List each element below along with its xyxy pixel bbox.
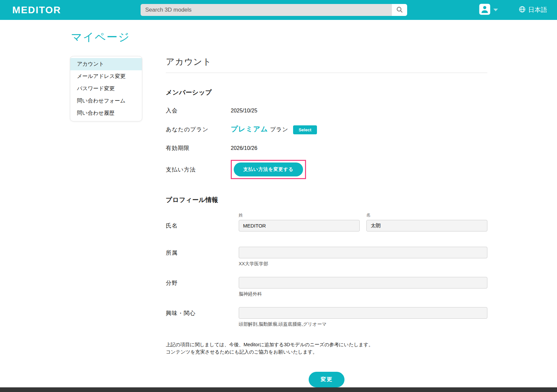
search-icon <box>396 6 403 14</box>
user-icon <box>479 3 491 17</box>
change-payment-method-button[interactable]: 支払い方法を変更する <box>234 163 303 176</box>
user-menu[interactable] <box>479 3 498 17</box>
field-helper: 脳神経外科 <box>239 291 487 297</box>
name-label: 氏名 <box>166 212 239 231</box>
expiry-date: 2026/10/26 <box>231 145 257 151</box>
field-input[interactable] <box>239 277 487 289</box>
sidebar-item-change-email[interactable]: メールアドレス変更 <box>70 70 142 83</box>
affiliation-row: 所属 XX大学医学部 <box>166 247 487 267</box>
plan-value: プレミアムプランSelect <box>231 124 317 134</box>
expiry-row: 有効期限 2026/10/26 <box>166 144 487 152</box>
search-bar <box>141 4 407 16</box>
app-header: MEDITOR <box>0 0 557 20</box>
chevron-down-icon <box>493 9 498 11</box>
field-label: 分野 <box>166 277 239 297</box>
affiliation-input[interactable] <box>239 247 487 258</box>
interests-label: 興味・関心 <box>166 307 239 327</box>
plan-label: あなたのプラン <box>166 126 231 133</box>
language-label: 日本語 <box>528 6 547 14</box>
page-title: マイページ <box>71 30 557 45</box>
search-button[interactable] <box>392 4 407 16</box>
first-name-label: 名 <box>366 212 487 218</box>
language-switcher[interactable]: 日本語 <box>519 6 547 15</box>
joined-date: 2025/10/25 <box>231 108 257 114</box>
expiry-label: 有効期限 <box>166 144 231 152</box>
plan-row: あなたのプラン プレミアムプランSelect <box>166 124 487 134</box>
payment-value: 支払い方法を変更する <box>231 160 306 179</box>
last-name-input[interactable] <box>239 220 360 231</box>
name-row: 氏名 姓 名 <box>166 212 487 231</box>
interests-input[interactable] <box>239 307 487 319</box>
brand-logo: MEDITOR <box>12 5 61 16</box>
sidebar-item-change-password[interactable]: パスワード変更 <box>70 83 142 95</box>
plan-suffix: プラン <box>270 126 288 133</box>
interests-row: 興味・関心 頭部解剖,脳動脈瘤,頭蓋底腫瘍,グリオーマ <box>166 307 487 327</box>
profile-note-line1: 上記の項目に関しましては、今後、Meditorに追加する3Dモデルのニーズの参考… <box>166 341 487 349</box>
globe-icon <box>519 6 526 15</box>
app-footer: ©2023 Meditor Term of use Privacy policy… <box>0 387 557 392</box>
interests-helper: 頭部解剖,脳動脈瘤,頭蓋底腫瘍,グリオーマ <box>239 321 487 327</box>
payment-row: 支払い方法 支払い方法を変更する <box>166 160 487 179</box>
plan-select-button[interactable]: Select <box>293 125 317 134</box>
affiliation-helper: XX大学医学部 <box>239 261 487 267</box>
payment-label: 支払い方法 <box>166 166 231 173</box>
joined-label: 入会 <box>166 107 231 114</box>
joined-row: 入会 2025/10/25 <box>166 107 487 114</box>
account-heading: アカウント <box>166 56 487 73</box>
profile-note: 上記の項目に関しましては、今後、Meditorに追加する3Dモデルのニーズの参考… <box>166 341 487 356</box>
search-input[interactable] <box>141 4 392 16</box>
sidebar-item-account[interactable]: アカウント <box>70 58 142 70</box>
profile-submit-button[interactable]: 変更 <box>309 372 344 387</box>
account-content: アカウント メンバーシップ 入会 2025/10/25 あなたのプラン プレミア… <box>166 56 487 387</box>
plan-name: プレミアム <box>231 125 268 133</box>
sidebar-item-contact-form[interactable]: 問い合わせフォーム <box>70 95 142 107</box>
last-name-label: 姓 <box>239 212 360 218</box>
account-sidebar: アカウント メールアドレス変更 パスワード変更 問い合わせフォーム 問い合わせ履… <box>70 56 142 121</box>
membership-heading: メンバーシップ <box>166 88 487 97</box>
affiliation-label: 所属 <box>166 247 239 267</box>
field-row: 分野 脳神経外科 <box>166 277 487 297</box>
header-right: 日本語 <box>479 0 547 20</box>
main-area: マイページ アカウント メールアドレス変更 パスワード変更 問い合わせフォーム … <box>0 20 557 387</box>
profile-heading: プロフィール情報 <box>166 196 487 204</box>
sidebar-item-contact-history[interactable]: 問い合わせ履歴 <box>70 107 142 119</box>
payment-highlight-box: 支払い方法を変更する <box>231 160 306 179</box>
profile-note-line2: コンテンツを充実させるためにも記入のご協力をお願いいたします。 <box>166 349 487 356</box>
first-name-input[interactable] <box>366 220 487 231</box>
